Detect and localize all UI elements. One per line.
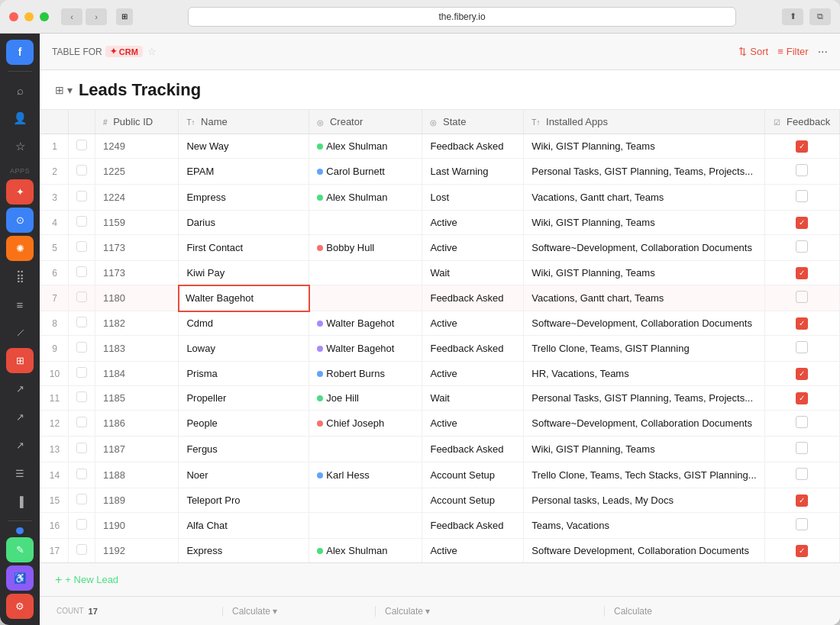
row-select-checkbox[interactable] [68,462,95,488]
sidebar-icon-red-app[interactable]: ✦ [6,179,34,205]
row-select-checkbox[interactable] [68,211,95,235]
cell-feedback[interactable]: ✓ [764,386,839,411]
checkbox-icon[interactable] [76,367,87,378]
row-select-checkbox[interactable] [68,513,95,539]
close-button[interactable] [9,12,18,21]
cell-name[interactable]: Noer [179,462,309,488]
row-select-checkbox[interactable] [68,159,95,185]
cell-feedback[interactable] [764,513,839,539]
cell-name[interactable]: Teleport Pro [179,488,309,513]
cell-name[interactable]: New Way [179,134,309,159]
checkbox-icon[interactable] [76,391,87,402]
checkbox-icon[interactable] [76,417,87,427]
cell-feedback[interactable]: ✓ [764,261,839,285]
sidebar-icon-settings[interactable]: ⚙ [6,594,34,619]
feedback-checked-icon[interactable]: ✓ [796,368,808,380]
sidebar-icon-search[interactable]: ⌕ [6,78,34,103]
row-select-checkbox[interactable] [68,311,95,336]
favorite-star-icon[interactable]: ☆ [147,46,157,57]
cell-name[interactable]: Alfa Chat [179,513,309,539]
row-select-checkbox[interactable] [68,185,95,211]
cell-feedback[interactable] [764,336,839,362]
sidebar-icon-list[interactable]: ≡ [6,292,34,317]
th-feedback[interactable]: ☑ Feedback [764,110,839,134]
sidebar-icon-grid-active[interactable]: ⊞ [6,348,34,373]
sidebar-icon-trend1[interactable]: ↗ [6,376,34,401]
cell-feedback[interactable] [764,285,839,311]
sidebar-icon-trend2[interactable]: ↗ [6,404,34,430]
checkbox-icon[interactable] [76,342,87,353]
cell-feedback[interactable] [764,159,839,185]
sidebar-icon-bar[interactable]: ▐ [6,489,34,514]
feedback-unchecked-icon[interactable] [796,240,808,253]
cell-name[interactable]: Darius [179,211,309,235]
th-installed-apps[interactable]: T↑ Installed Apps [524,110,764,134]
checkbox-icon[interactable] [76,519,87,530]
sidebar-icon-trend3[interactable]: ↗ [6,433,34,458]
minimize-button[interactable] [24,12,34,21]
feedback-unchecked-icon[interactable] [796,518,808,530]
cell-feedback[interactable] [764,235,839,261]
row-select-checkbox[interactable] [68,539,95,563]
filter-button[interactable]: ≡ Filter [777,46,808,57]
cell-feedback[interactable]: ✓ [764,211,839,235]
row-select-checkbox[interactable] [68,336,95,362]
row-select-checkbox[interactable] [68,362,95,386]
checkbox-icon[interactable] [76,469,87,479]
cell-feedback[interactable] [764,462,839,488]
row-select-checkbox[interactable] [68,411,95,437]
cell-name[interactable]: Walter Bagehot [179,285,309,311]
cell-name[interactable]: EPAM [179,159,309,185]
checkbox-icon[interactable] [76,241,87,252]
cell-name[interactable]: Loway [179,336,309,362]
sort-button[interactable]: ⇅ Sort [738,46,768,57]
feedback-checked-icon[interactable]: ✓ [796,267,808,279]
cell-feedback[interactable] [764,185,839,211]
feedback-checked-icon[interactable]: ✓ [796,217,808,229]
sidebar-icon-blue-app[interactable]: ⊙ [6,208,34,233]
sidebar-icon-orange-app[interactable]: ✺ [6,236,34,261]
cell-feedback[interactable] [764,411,839,437]
share-button[interactable]: ⬆ [782,8,803,25]
cell-name[interactable]: People [179,411,309,437]
feedback-unchecked-icon[interactable] [796,190,808,202]
checkbox-icon[interactable] [76,443,87,453]
new-lead-button[interactable]: + + New Lead [55,573,118,587]
forward-button[interactable]: › [86,8,107,25]
row-select-checkbox[interactable] [68,285,95,311]
feedback-unchecked-icon[interactable] [796,442,808,454]
calculate-button-1[interactable]: Calculate ▾ [232,606,277,617]
cell-name[interactable]: Fergus [179,437,309,462]
checkbox-icon[interactable] [76,544,87,555]
feedback-checked-icon[interactable]: ✓ [796,317,808,330]
sidebar-icon-star[interactable]: ☆ [6,134,34,159]
feedback-unchecked-icon[interactable] [796,164,808,176]
cell-name[interactable]: First Contact [179,235,309,261]
feedback-checked-icon[interactable]: ✓ [796,495,808,507]
feedback-unchecked-icon[interactable] [796,416,808,428]
more-options-button[interactable]: ··· [818,45,828,59]
th-public-id[interactable]: # Public ID [95,110,178,134]
checkbox-icon[interactable] [76,140,87,150]
sidebar-icon-dot-blue[interactable] [16,527,24,534]
sidebar-icon-list2[interactable]: ☰ [6,461,34,486]
feedback-unchecked-icon[interactable] [796,291,808,303]
row-select-checkbox[interactable] [68,261,95,285]
th-state[interactable]: ◎ State [422,110,524,134]
sidebar-icon-line[interactable]: ⟋ [6,321,34,346]
cell-name[interactable]: Express [179,539,309,563]
checkbox-icon[interactable] [76,216,87,227]
sidebar-icon-chart[interactable]: ⣿ [6,264,34,289]
row-select-checkbox[interactable] [68,437,95,462]
cell-feedback[interactable]: ✓ [764,488,839,513]
cell-name[interactable]: Propeller [179,386,309,411]
cell-name[interactable]: Kiwi Pay [179,261,309,285]
sidebar-icon-pencil[interactable]: ✎ [6,537,34,562]
checkbox-icon[interactable] [76,165,87,176]
checkbox-icon[interactable] [76,317,87,327]
checkbox-icon[interactable] [76,191,87,201]
row-select-checkbox[interactable] [68,488,95,513]
row-select-checkbox[interactable] [68,134,95,159]
table-container[interactable]: # Public ID T↑ Name ◎ Creator [40,110,840,562]
calculate-button-3[interactable]: Calculate [614,606,652,617]
